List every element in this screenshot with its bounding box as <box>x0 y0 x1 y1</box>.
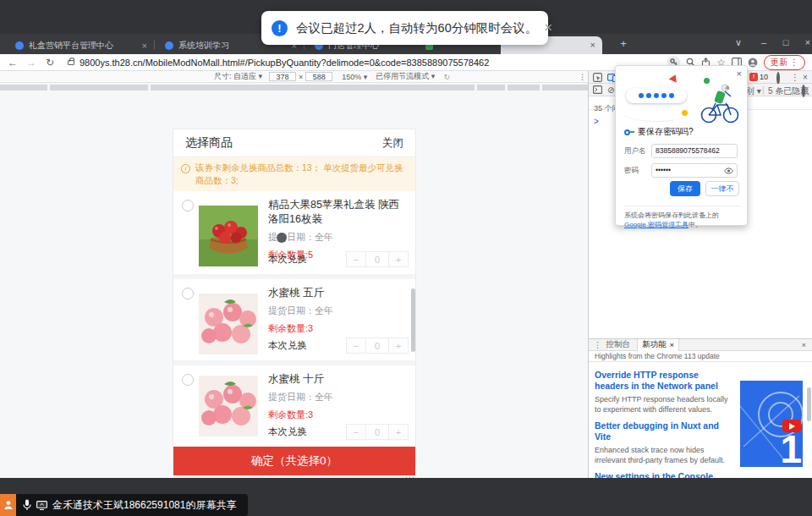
username-label: 用户名 <box>624 146 651 156</box>
clear-console-icon[interactable]: ⊘ <box>607 85 614 95</box>
page-header-row <box>0 85 588 91</box>
notice-text: 该券卡剩余兑换商品总数：13； 单次提货最少可兑换商品数：3; <box>195 162 403 185</box>
product-image-apples <box>199 206 258 266</box>
console-settings-gear-icon[interactable] <box>802 86 805 96</box>
https-lock-icon[interactable] <box>68 60 74 65</box>
screen-share-bar: 金禾通技术王斌18662591081的屏幕共享 <box>0 494 248 516</box>
tab-gift-box-platform[interactable]: 礼盒营销平台管理中心 × <box>7 36 152 54</box>
new-tab-button[interactable]: + <box>614 37 633 50</box>
window-menu-icon[interactable]: ∨ <box>729 37 748 48</box>
drawer-scrollbar[interactable] <box>807 387 811 421</box>
product-row[interactable]: 精品大果85苹果礼盒装 陕西洛阳16枚装 提货日期：全年 剩余数量:5 本次兑换… <box>173 191 415 279</box>
plus-button[interactable]: + <box>388 338 409 354</box>
drawer-tab-console[interactable]: 控制台 <box>606 339 631 350</box>
footer-text: 中。 <box>689 221 702 228</box>
zoom-select[interactable]: 150% ▾ <box>342 73 367 81</box>
quantity-stepper: − 0 + <box>346 338 409 354</box>
tab-close-icon[interactable]: × <box>142 41 147 51</box>
minus-button[interactable]: − <box>346 424 366 440</box>
plus-button[interactable]: + <box>388 424 409 440</box>
remaining-qty: 剩余数量:3 <box>268 322 409 335</box>
minus-button[interactable]: − <box>346 338 366 354</box>
article-title[interactable]: New settings in the Console <box>595 471 732 478</box>
tab-label: 礼盒营销平台管理中心 <box>29 40 139 52</box>
password-label: 密码 <box>624 166 651 176</box>
reload-icon[interactable]: ↻ <box>41 57 59 69</box>
panel-scrollbar[interactable] <box>411 288 415 352</box>
drawer-menu-icon[interactable]: ⋮ <box>594 340 602 349</box>
quantity-stepper: − 0 + <box>346 424 409 440</box>
resize-handle-icon[interactable] <box>406 477 414 478</box>
device-size-select[interactable]: 尺寸: 自适应 ▾ <box>214 71 262 82</box>
console-sidebar-icon[interactable] <box>593 85 602 94</box>
log-level-select[interactable]: 别 ▾ <box>746 85 761 97</box>
username-field[interactable]: 8385889075578462 <box>651 144 738 158</box>
window-close-button[interactable]: × <box>798 37 812 47</box>
drawer-close-icon[interactable]: × <box>801 340 806 349</box>
save-button[interactable]: 保存 <box>670 181 700 196</box>
product-picker-panel: 选择商品 关闭 i 该券卡剩余兑换商品总数：13； 单次提货最少可兑换商品数：3… <box>173 129 416 467</box>
url-text[interactable]: 9800ys.th28.cn/MobileModNoMall.html#/Pic… <box>80 58 489 68</box>
article-title[interactable]: Override HTTP response headers in the Ne… <box>595 370 732 392</box>
inspect-element-icon[interactable] <box>593 73 602 82</box>
window-maximize-button[interactable]: □ <box>776 37 795 47</box>
chrome-update-button[interactable]: 更新 ⋮ <box>764 55 805 70</box>
password-manager-link[interactable]: Google 密码管理工具 <box>624 221 689 228</box>
product-radio[interactable] <box>182 288 194 299</box>
info-icon: i <box>181 164 190 173</box>
article-title[interactable]: Better debugging in Nuxt and Vite <box>595 420 732 442</box>
times-label: × <box>299 73 303 81</box>
password-field[interactable]: •••••• <box>651 163 738 178</box>
product-title: 精品大果85苹果礼盒装 陕西洛阳16枚装 <box>268 198 409 227</box>
quantity-value[interactable]: 0 <box>366 424 388 440</box>
viewport-height-input[interactable]: 588 <box>305 72 332 81</box>
info-icon: ! <box>272 20 288 36</box>
viewport-width-input[interactable]: 378 <box>269 72 296 81</box>
drawer-tab-close-icon[interactable]: × <box>670 340 675 349</box>
plus-button[interactable]: + <box>388 251 409 267</box>
quantity-value[interactable]: 0 <box>366 251 388 267</box>
device-toolbar-menu-icon[interactable]: ⋮ <box>579 73 586 81</box>
rotate-icon[interactable]: ↻ <box>443 73 450 81</box>
devtools-close-icon[interactable]: × <box>803 73 808 82</box>
drawer-tab-whats-new[interactable]: 新功能 × <box>637 339 679 351</box>
header-cell <box>151 85 475 91</box>
update-dots-icon: ⋮ <box>790 58 798 67</box>
product-row[interactable]: 水蜜桃 五斤 提货日期：全年 剩余数量:3 本次兑换 − 0 + <box>173 279 415 365</box>
remote-cursor <box>277 233 287 243</box>
drawer-tabbar: ⋮ 控制台 新功能 × × <box>589 339 812 351</box>
tab-close-icon[interactable]: × <box>590 40 595 50</box>
minus-button[interactable]: − <box>346 251 366 267</box>
article-body: Specify HTTP response headers locally to… <box>595 394 732 414</box>
console-error-badge[interactable]: ! 10 <box>749 73 768 81</box>
confirm-button[interactable]: 确定（共选择0） <box>173 447 415 475</box>
window-minimize-button[interactable]: – <box>754 37 773 47</box>
video-thumbnail[interactable]: 1 <box>740 381 803 467</box>
footer-text: 系统会将密码保存到此设备上的 <box>624 211 719 219</box>
update-label: 更新 <box>771 57 787 69</box>
console-prompt[interactable]: > <box>594 117 599 126</box>
forward-icon[interactable]: → <box>22 57 41 69</box>
header-cell <box>50 85 148 91</box>
product-row[interactable]: 水蜜桃 十斤 提货日期：全年 剩余数量:3 本次兑换 − 0 + <box>173 365 415 447</box>
profile-avatar-icon[interactable] <box>748 58 758 68</box>
header-cell <box>477 85 505 91</box>
panel-header: 选择商品 关闭 <box>173 129 415 157</box>
product-radio[interactable] <box>182 200 194 211</box>
username-row: 用户名 8385889075578462 <box>624 144 738 158</box>
microphone-icon[interactable] <box>23 499 31 511</box>
error-icon: ! <box>749 73 758 81</box>
remaining-qty: 剩余数量:3 <box>268 409 409 421</box>
quantity-value[interactable]: 0 <box>366 338 388 354</box>
never-button[interactable]: 一律不 <box>705 181 739 196</box>
toast-close-icon[interactable]: × <box>544 19 552 36</box>
devtools-menu-icon[interactable]: ⋮ <box>791 73 799 82</box>
product-radio[interactable] <box>182 374 194 386</box>
show-password-eye-icon[interactable] <box>724 167 733 174</box>
panel-close-button[interactable]: 关闭 <box>382 136 403 151</box>
product-image-peaches <box>199 376 258 436</box>
devtools-settings-gear-icon[interactable] <box>776 74 780 83</box>
throttling-select[interactable]: 已停用节流模式 ▾ <box>376 71 435 82</box>
article-body: Enhanced stack trace now hides irrelevan… <box>595 445 732 465</box>
back-icon[interactable]: ← <box>3 57 22 69</box>
